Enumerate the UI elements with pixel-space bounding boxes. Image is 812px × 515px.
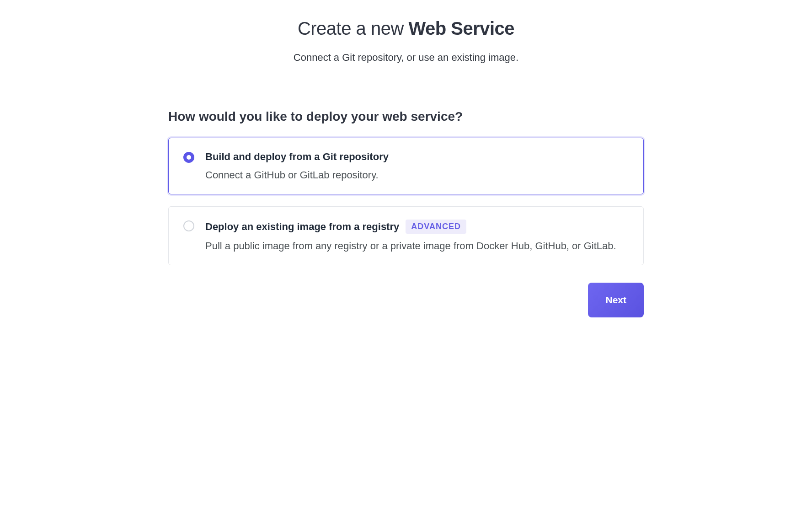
option-title: Build and deploy from a Git repository	[205, 151, 389, 163]
option-content: Deploy an existing image from a registry…	[205, 220, 629, 252]
option-title-row: Deploy an existing image from a registry…	[205, 220, 629, 234]
option-title: Deploy an existing image from a registry	[205, 221, 399, 233]
page-subtitle: Connect a Git repository, or use an exis…	[168, 52, 644, 64]
page-header: Create a new Web Service Connect a Git r…	[168, 18, 644, 64]
page-title: Create a new Web Service	[168, 18, 644, 39]
option-git-repository[interactable]: Build and deploy from a Git repository C…	[168, 138, 644, 194]
footer: Next	[168, 283, 644, 317]
option-description: Connect a GitHub or GitLab repository.	[205, 169, 629, 181]
next-button[interactable]: Next	[588, 283, 644, 317]
option-description: Pull a public image from any registry or…	[205, 240, 629, 252]
radio-indicator-selected-icon	[183, 152, 194, 163]
page-title-prefix: Create a new	[298, 18, 409, 38]
section-heading: How would you like to deploy your web se…	[168, 109, 644, 124]
page-title-bold: Web Service	[408, 18, 514, 38]
option-title-row: Build and deploy from a Git repository	[205, 151, 629, 163]
option-existing-image[interactable]: Deploy an existing image from a registry…	[168, 206, 644, 265]
advanced-badge: ADVANCED	[406, 220, 466, 234]
radio-indicator-unselected-icon	[183, 220, 194, 231]
option-content: Build and deploy from a Git repository C…	[205, 151, 629, 181]
